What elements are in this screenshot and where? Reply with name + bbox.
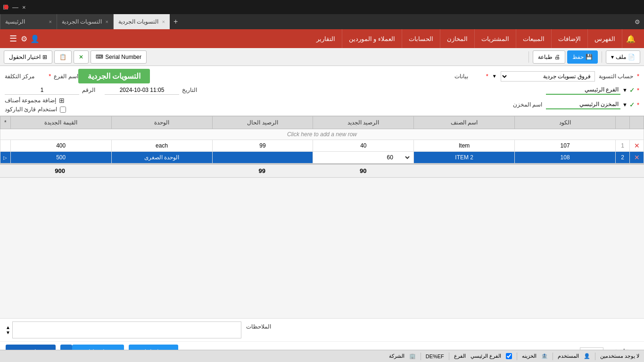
table-header-row: الكود اسم الصنف الرصيد الجديد الرصيد الح… xyxy=(0,116,644,129)
form-field-cost-center: مركز التكلفة xyxy=(5,73,34,80)
check-icon[interactable]: ✓ xyxy=(629,86,635,94)
notes-textarea[interactable] xyxy=(12,321,241,338)
cost-center-label: مركز التكلفة xyxy=(5,73,34,80)
page-title-text: التسويات الجردية xyxy=(88,72,140,80)
col-new-value: القيمة الجديدة xyxy=(10,116,111,129)
item-name-input-1[interactable] xyxy=(417,142,512,149)
nav-item-additions[interactable]: الإضافات xyxy=(552,29,588,48)
settings-icon[interactable]: ⚙ xyxy=(21,34,27,43)
grid-icon: ⊞ xyxy=(42,54,47,60)
bell-icon[interactable]: 🔔 xyxy=(622,34,639,43)
number-label: الرقم xyxy=(82,87,95,93)
req-3: * xyxy=(637,101,639,108)
serial-number-button[interactable]: Serial Number ⌨ xyxy=(91,50,147,64)
new-value-input-2[interactable] xyxy=(14,154,108,161)
nav-item-sales[interactable]: المبيعات xyxy=(516,29,552,48)
hamburger-menu-icon[interactable]: ☰ xyxy=(9,33,17,44)
delete-row-1-button[interactable]: ✕ xyxy=(634,142,640,149)
nav-item-accounts[interactable]: الحسابات xyxy=(402,29,440,48)
notes-label: الملاحظات xyxy=(246,321,271,330)
excel-icon: ✕ xyxy=(79,54,83,60)
new-balance-input-2[interactable] xyxy=(376,154,404,161)
unit-input-1[interactable] xyxy=(115,142,209,149)
file-button[interactable]: 📄 ملف ▾ xyxy=(606,50,640,64)
barcode-checkbox[interactable] xyxy=(60,107,66,113)
scroll-down-icon[interactable]: ▼ xyxy=(6,330,10,335)
file-label: ملف xyxy=(616,54,626,60)
tab-home-close[interactable]: × xyxy=(49,19,52,25)
col-num xyxy=(616,116,630,129)
browser-tabs-bar: الرئيسية × التسويات الجردية × التسويات ا… xyxy=(0,14,644,29)
item-name-input-2[interactable] xyxy=(417,154,512,161)
nav-item-warehouses[interactable]: المخازن xyxy=(440,29,475,48)
tab-settlements-1-close[interactable]: × xyxy=(106,19,108,25)
current-balance-input-1[interactable] xyxy=(215,142,310,149)
new-value-input-1[interactable] xyxy=(14,142,108,149)
add-row[interactable]: Click here to add a new row xyxy=(0,129,644,140)
add-row-label[interactable]: Click here to add a new row xyxy=(0,129,644,140)
status-bar: لا يوجد مستخدمين 👤 المستخدم 🏦 الخزينه ال… xyxy=(0,350,644,362)
tab-settlements-2[interactable]: التسويات الجردية × xyxy=(113,14,170,29)
warehouse-label: اسم المخزن xyxy=(513,101,542,108)
choose-fields-button[interactable]: ⊞ اختيار الحقول xyxy=(4,50,52,64)
unit-cell-2 xyxy=(111,152,212,164)
date-input[interactable] xyxy=(105,86,179,95)
item-name-cell-2 xyxy=(414,152,515,164)
item-name-cell-1 xyxy=(414,140,515,152)
warehouse-status-icon: 🏦 xyxy=(541,353,548,359)
copy-icon: 📋 xyxy=(59,54,66,60)
delete-cell-1: ✕ xyxy=(630,140,644,152)
unit-input-2[interactable] xyxy=(115,154,209,161)
settlement-dropdown-arrow[interactable]: ▼ xyxy=(492,74,497,79)
nav-item-index[interactable]: الفهرس xyxy=(588,29,622,48)
table-row: ✕ 2 ▼ xyxy=(0,152,644,164)
new-balance-select-2[interactable]: ▼ xyxy=(404,154,413,161)
add-group-label: إضافة مجموعة أصناف xyxy=(5,97,56,104)
company-label: الشركة xyxy=(389,353,405,359)
file-icon: 📄 xyxy=(628,54,635,60)
add-tab-button[interactable]: + xyxy=(170,14,182,29)
warehouse-status-label: الخزينه xyxy=(522,353,537,359)
total-new-balance: 90 xyxy=(313,165,413,177)
branch-checkbox[interactable] xyxy=(506,353,512,359)
tab-settlements-1[interactable]: التسويات الجردية × xyxy=(57,14,113,29)
toolbar: 📄 ملف ▾ 💾 حفظ 🖨 طباعة Serial Number ⌨ ✕ … xyxy=(0,48,644,66)
status-sep-4 xyxy=(449,353,449,360)
col-item-name: اسم الصنف xyxy=(414,116,515,129)
warehouse-input[interactable] xyxy=(546,100,620,109)
tab-home[interactable]: الرئيسية × xyxy=(0,14,57,29)
profile-icon[interactable]: 👤 xyxy=(30,34,40,43)
browser-action-btn[interactable]: ⚙ xyxy=(635,18,640,25)
close-window[interactable]: × xyxy=(22,4,26,11)
nav-item-reports[interactable]: التقارير xyxy=(310,29,342,48)
nav-item-customers[interactable]: العملاء و الموردين xyxy=(342,29,402,48)
check-icon-2[interactable]: ✓ xyxy=(629,101,635,108)
tab-home-label: الرئيسية xyxy=(5,18,25,25)
minimize-window[interactable]: — xyxy=(12,4,18,11)
number-input[interactable] xyxy=(5,86,79,95)
dropdown-icon-2[interactable]: ▼ xyxy=(622,87,627,93)
branch-input[interactable] xyxy=(546,85,620,95)
save-icon: 💾 xyxy=(586,54,593,60)
settlement-account-select[interactable]: فروق تسويات جردية xyxy=(501,71,595,82)
save-button[interactable]: 💾 حفظ xyxy=(567,50,598,64)
export-excel-button[interactable]: ✕ xyxy=(74,50,89,64)
dropdown-icon-3[interactable]: ▼ xyxy=(622,102,627,107)
code-input-2[interactable] xyxy=(518,154,612,161)
inventory-table: الكود اسم الصنف الرصيد الجديد الرصيد الح… xyxy=(0,116,644,164)
code-input-1[interactable] xyxy=(518,142,612,149)
print-icon: 🖨 xyxy=(554,54,560,60)
form-container: * حساب التسوية فروق تسويات جردية ▼ * بيا… xyxy=(0,66,644,116)
top-bar: × — ☐ xyxy=(0,0,644,14)
delete-row-2-button[interactable]: ✕ xyxy=(634,154,640,161)
delete-cell-2: ✕ xyxy=(630,152,644,164)
scroll-up-icon[interactable]: ▲ xyxy=(6,325,10,330)
tab-settlements-2-close[interactable]: × xyxy=(162,19,165,25)
row-number-2: 2 xyxy=(621,154,624,161)
print-button[interactable]: 🖨 طباعة xyxy=(533,50,565,64)
copy-button[interactable]: 📋 xyxy=(54,50,72,64)
new-balance-input-1[interactable] xyxy=(316,142,411,149)
current-balance-input-2[interactable] xyxy=(215,154,310,161)
nav-item-purchases[interactable]: المشتريات xyxy=(475,29,516,48)
nav-item-customers-label: العملاء و الموردين xyxy=(349,35,395,42)
